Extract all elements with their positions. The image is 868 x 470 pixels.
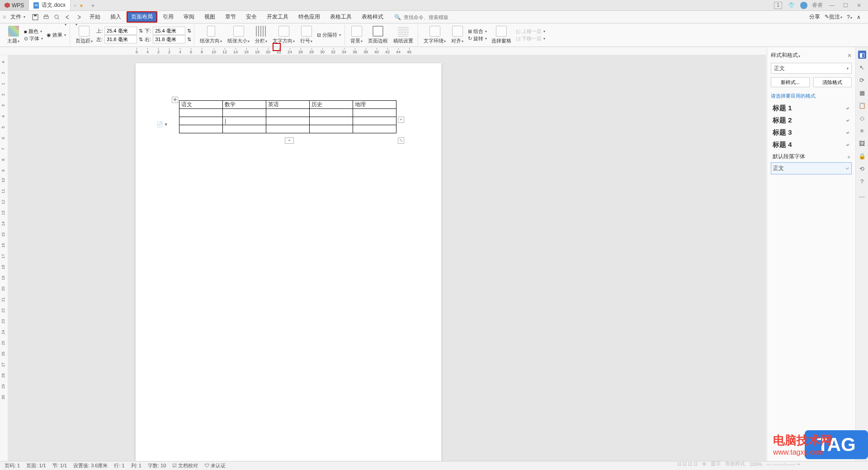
tab-security[interactable]: 安全 <box>241 12 261 22</box>
clipboard-icon[interactable]: 📋 <box>858 101 866 109</box>
table-cell[interactable]: 英语 <box>266 101 310 109</box>
tab-featured[interactable]: 特色应用 <box>294 12 325 22</box>
save-icon[interactable] <box>32 14 39 21</box>
paper-size-button[interactable]: 纸张大小 <box>226 25 251 45</box>
collapse-ribbon-icon[interactable]: ∧ <box>857 14 861 20</box>
columns-button[interactable]: 分栏 <box>253 25 269 45</box>
style-item[interactable]: 标题 1↵ <box>771 102 852 114</box>
table-cell[interactable]: 语文 <box>179 101 223 109</box>
tab-references[interactable]: 引用 <box>158 12 178 22</box>
image-icon[interactable]: 🖼 <box>858 139 866 147</box>
grid-icon[interactable]: ▦ <box>858 89 866 97</box>
table-cell[interactable] <box>353 125 396 133</box>
sb-pages[interactable]: 页面: 1/1 <box>26 462 46 469</box>
table-cell[interactable]: 历史 <box>310 101 353 109</box>
window-minimize[interactable]: — <box>827 1 836 10</box>
table-cell[interactable] <box>353 117 396 125</box>
clear-format-button[interactable]: 清除格式 <box>813 77 852 87</box>
list-icon[interactable]: ≡ <box>858 127 866 135</box>
table-add-row-handle[interactable]: + <box>285 137 294 144</box>
table-cell[interactable] <box>310 109 353 117</box>
table-cell[interactable] <box>353 109 396 117</box>
tab-insert[interactable]: 插入 <box>106 12 126 22</box>
file-menu[interactable]: 文件 <box>7 12 29 22</box>
cloud-icon[interactable]: ⟲ <box>858 164 866 173</box>
new-tab-button[interactable]: + <box>87 2 99 9</box>
table-cell-active[interactable] <box>223 117 266 125</box>
theme-color[interactable]: ■颜色 <box>23 28 44 35</box>
margin-left-input[interactable] <box>104 35 137 43</box>
table-cell[interactable]: 数学 <box>223 101 266 109</box>
new-style-button[interactable]: 新样式... <box>771 77 810 87</box>
table-cell[interactable] <box>179 117 223 125</box>
print-preview-icon[interactable] <box>53 14 61 21</box>
tab-page-layout[interactable]: 页面布局 <box>127 11 157 23</box>
spinner-icon[interactable]: ⇅ <box>139 37 143 42</box>
table-cell[interactable] <box>179 109 223 117</box>
select-icon[interactable]: ↖ <box>858 63 866 71</box>
line-number-button[interactable]: 行号 <box>298 25 314 45</box>
margin-top-input[interactable] <box>104 27 137 35</box>
command-search-input[interactable] <box>402 13 456 21</box>
theme-font[interactable]: ⊙字体 <box>23 35 44 42</box>
theme-effect[interactable]: ◉效果 <box>46 32 67 38</box>
tab-table-style[interactable]: 表格样式 <box>357 12 388 22</box>
style-item[interactable]: 默认段落字体a <box>771 151 852 162</box>
spinner-icon[interactable]: ⇅ <box>139 28 143 34</box>
tab-section[interactable]: 章节 <box>221 12 241 22</box>
table-cell[interactable] <box>310 117 353 125</box>
table-move-handle[interactable]: ✥ <box>172 97 178 103</box>
style-item[interactable]: 标题 2↵ <box>771 114 852 127</box>
share-button[interactable]: 分享 <box>809 13 820 21</box>
document-workspace[interactable]: ✥ 语文 数学 英语 历史 地理 <box>8 55 766 461</box>
help-button[interactable]: ? <box>847 14 852 20</box>
align-button[interactable]: 对齐 <box>449 25 465 45</box>
table-cell[interactable] <box>223 125 266 133</box>
table-add-column-handle[interactable]: + <box>398 117 404 123</box>
current-style-combo[interactable]: 正文 <box>771 63 852 74</box>
sb-words[interactable]: 字数: 10 <box>148 462 166 469</box>
spinner-icon[interactable]: ⇅ <box>187 37 191 42</box>
tab-table-tools[interactable]: 表格工具 <box>326 12 356 22</box>
breaks-button[interactable]: ⊟分隔符 <box>316 32 342 38</box>
more-icon[interactable]: ⋯ <box>858 193 866 201</box>
combine-button[interactable]: ⊞组合 <box>467 28 488 35</box>
table-cell[interactable] <box>310 125 353 133</box>
table-cell[interactable]: 地理 <box>353 101 396 109</box>
ruler-vertical[interactable]: 4212345678910111213141516171819202122232… <box>0 55 8 461</box>
tab-view[interactable]: 视图 <box>200 12 220 22</box>
skin-icon[interactable]: 👕 <box>787 1 796 10</box>
text-wrap-button[interactable]: 文字环绕 <box>422 25 448 45</box>
table-resize-handle[interactable]: ⤡ <box>398 137 404 144</box>
panel-close-icon[interactable]: ✕ <box>847 52 852 59</box>
tab-start[interactable]: 开始 <box>85 12 105 22</box>
tab-review[interactable]: 审阅 <box>179 12 199 22</box>
selection-pane-button[interactable]: 选择窗格 <box>490 25 513 45</box>
redo-icon[interactable] <box>75 14 82 21</box>
document-table[interactable]: 语文 数学 英语 历史 地理 <box>179 100 396 133</box>
tab-devtools[interactable]: 开发工具 <box>262 12 293 22</box>
document-tab[interactable]: W 语文.docx <box>28 0 71 10</box>
lock-icon[interactable]: 🔒 <box>858 152 866 160</box>
table-cell[interactable] <box>266 125 310 133</box>
sb-section[interactable]: 节: 1/1 <box>52 462 67 469</box>
undo-icon[interactable] <box>64 14 71 21</box>
orientation-button[interactable]: 纸张方向 <box>198 25 224 45</box>
notification-badge[interactable]: 1 <box>774 2 782 9</box>
tab-close-icon[interactable]: ● <box>80 2 83 9</box>
table-cell[interactable] <box>223 109 266 117</box>
window-close[interactable]: ✕ <box>854 1 863 10</box>
rotate-button[interactable]: ↻旋转 <box>467 35 488 42</box>
style-item[interactable]: 正文↵ <box>771 162 852 174</box>
shape-icon[interactable]: ◇ <box>858 114 866 122</box>
user-avatar[interactable] <box>800 2 807 9</box>
sb-pagenum[interactable]: 页码: 1 <box>5 462 20 469</box>
page-border-button[interactable]: 页面边框 <box>366 25 390 45</box>
style-item[interactable]: 标题 3↵ <box>771 127 852 139</box>
window-maximize[interactable]: ☐ <box>841 1 850 10</box>
table-cell[interactable] <box>266 117 310 125</box>
margin-right-input[interactable] <box>153 35 185 43</box>
table-cell[interactable] <box>179 125 223 133</box>
background-button[interactable]: 背景 <box>349 25 364 45</box>
manuscript-button[interactable]: 稿纸设置 <box>392 25 415 45</box>
